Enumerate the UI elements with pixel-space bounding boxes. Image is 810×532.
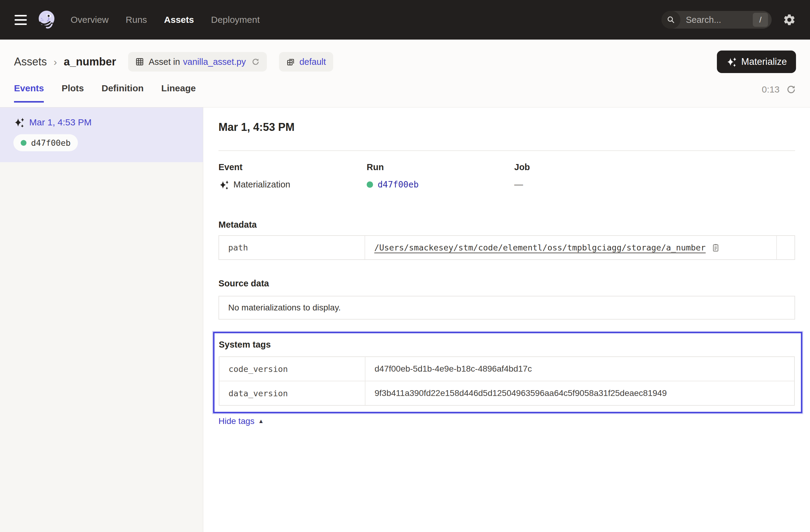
tag-key: code_version <box>220 357 366 381</box>
metadata-key: path <box>219 236 365 259</box>
tab-bar: Events Plots Definition Lineage 0:13 <box>14 83 796 102</box>
metadata-table: path /Users/smackesey/stm/code/elementl/… <box>218 235 795 260</box>
search-shortcut-key: / <box>753 13 768 27</box>
nav-links: Overview Runs Assets Deployment <box>70 15 260 25</box>
hide-tags-link[interactable]: Hide tags ▲ <box>218 416 264 426</box>
tag-key: data_version <box>220 381 366 405</box>
search-box[interactable]: / <box>662 11 772 29</box>
source-data-empty-message: No materializations to display. <box>218 296 795 320</box>
nav-item-runs[interactable]: Runs <box>126 15 147 25</box>
system-tags-heading: System tags <box>219 339 795 350</box>
tab-definition[interactable]: Definition <box>102 83 144 102</box>
run-status-dot <box>367 181 373 188</box>
event-column-label: Event <box>218 162 367 172</box>
run-column-label: Run <box>367 162 514 172</box>
event-list-item[interactable]: Mar 1, 4:53 PM d47f00eb <box>0 108 203 162</box>
gear-icon[interactable] <box>783 13 796 27</box>
chevron-up-icon: ▲ <box>258 418 264 424</box>
page-title: a_number <box>64 55 116 68</box>
search-icon <box>662 11 680 29</box>
top-nav: Overview Runs Assets Deployment / <box>0 0 810 39</box>
tab-lineage[interactable]: Lineage <box>161 83 196 102</box>
event-detail-panel: Mar 1, 4:53 PM Event Materialization Run… <box>203 108 810 532</box>
event-title: Mar 1, 4:53 PM <box>218 121 795 134</box>
refresh-icon[interactable] <box>786 85 796 94</box>
tag-value: 9f3b411a390fd22e158d446d5d12504963596aa6… <box>375 388 667 398</box>
run-status-dot <box>21 140 27 146</box>
source-data-heading: Source data <box>218 278 795 289</box>
table-row: code_version d47f00eb-5d1b-4e9e-b18c-489… <box>220 357 794 381</box>
search-input[interactable] <box>680 15 753 25</box>
run-id-link[interactable]: d47f00eb <box>378 180 419 190</box>
event-timestamp: Mar 1, 4:53 PM <box>29 117 92 128</box>
breadcrumb-separator: › <box>53 56 57 68</box>
materialization-sparkle-icon <box>218 180 229 189</box>
breadcrumb-assets-link[interactable]: Assets <box>14 55 47 68</box>
asset-file-link[interactable]: vanilla_asset.py <box>183 57 246 67</box>
materialization-sparkle-icon <box>13 117 25 127</box>
tab-plots[interactable]: Plots <box>62 83 84 102</box>
metadata-heading: Metadata <box>218 220 795 230</box>
breadcrumb: Assets › a_number Asset in vanilla_asset… <box>14 50 796 73</box>
table-row: path /Users/smackesey/stm/code/elementl/… <box>219 236 794 259</box>
page-header: Assets › a_number Asset in vanilla_asset… <box>0 39 810 108</box>
metadata-path-link[interactable]: /Users/smackesey/stm/code/elementl/oss/t… <box>374 243 706 252</box>
event-type-value: Materialization <box>233 180 290 190</box>
refresh-countdown: 0:13 <box>762 84 780 95</box>
group-link[interactable]: default <box>299 57 326 67</box>
asset-grid-icon <box>135 58 144 66</box>
event-details: Event Materialization Run d47f00eb Job — <box>218 162 795 190</box>
group-grid-icon <box>286 58 295 66</box>
tag-value: d47f00eb-5d1b-4e9e-b18c-4896af4bd17c <box>375 364 532 374</box>
nav-item-assets[interactable]: Assets <box>164 15 194 25</box>
asset-in-label: Asset in <box>148 57 180 67</box>
materialize-button[interactable]: Materialize <box>717 50 796 73</box>
nav-item-deployment[interactable]: Deployment <box>211 15 260 25</box>
job-column-label: Job <box>514 162 795 172</box>
job-value: — <box>514 180 523 190</box>
asset-definition-badge: Asset in vanilla_asset.py <box>128 52 267 71</box>
tab-events[interactable]: Events <box>14 83 44 102</box>
group-badge: default <box>279 52 333 71</box>
system-tags-table: code_version d47f00eb-5d1b-4e9e-b18c-489… <box>219 356 795 406</box>
nav-item-overview[interactable]: Overview <box>70 15 109 25</box>
sparkle-icon <box>726 57 736 67</box>
table-row: data_version 9f3b411a390fd22e158d446d5d1… <box>220 381 794 405</box>
menu-icon[interactable] <box>14 13 27 27</box>
run-id-pill[interactable]: d47f00eb <box>13 134 78 151</box>
divider <box>218 150 795 151</box>
dagster-logo[interactable] <box>36 10 56 30</box>
reload-definitions-icon[interactable] <box>252 58 260 66</box>
metadata-row-end-cell <box>777 236 794 259</box>
copy-icon[interactable] <box>711 243 720 252</box>
events-sidebar: Mar 1, 4:53 PM d47f00eb <box>0 108 203 532</box>
system-tags-section: System tags code_version d47f00eb-5d1b-4… <box>213 332 803 413</box>
